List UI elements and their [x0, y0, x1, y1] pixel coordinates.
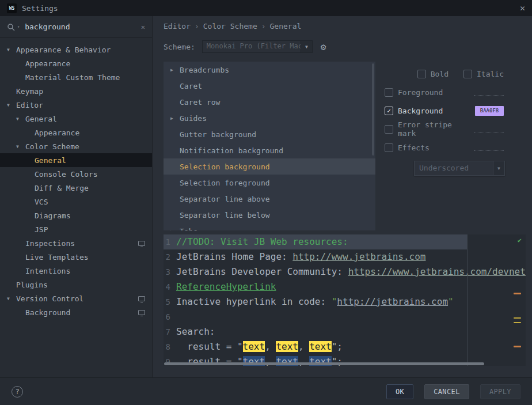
- search-history-icon[interactable]: ▾: [17, 25, 20, 29]
- apply-button[interactable]: APPLY: [480, 384, 520, 399]
- format-row-error-stripe-mark: Error stripe mark: [385, 123, 527, 135]
- error-stripe-mark[interactable]: [514, 346, 521, 347]
- ok-button[interactable]: OK: [386, 384, 413, 399]
- search-input[interactable]: [24, 22, 137, 32]
- sidebar-item-live-templates[interactable]: Live Templates: [0, 250, 152, 264]
- code-line[interactable]: 7Search:: [164, 324, 526, 339]
- sidebar-item-label: Diff & Merge: [35, 184, 89, 192]
- chevron-down-icon[interactable]: ▼: [7, 47, 16, 52]
- attribute-item-selection-background[interactable]: Selection background: [164, 158, 375, 175]
- breadcrumb-separator: ›: [195, 22, 199, 31]
- attribute-item-separator-line-above[interactable]: Separator line above: [164, 191, 375, 207]
- window-title: Settings: [22, 4, 58, 13]
- clear-search-icon[interactable]: ✕: [141, 23, 145, 31]
- gear-icon[interactable]: ⚙: [321, 41, 326, 52]
- sidebar-item-inspections[interactable]: Inspections: [0, 236, 152, 250]
- sidebar-item-material-custom-theme[interactable]: Material Custom Theme: [0, 70, 152, 84]
- sidebar-item-appearance-behavior[interactable]: ▼Appearance & Behavior: [0, 43, 152, 56]
- checkbox-foreground[interactable]: [385, 88, 393, 97]
- sidebar-item-console-colors[interactable]: Console Colors: [0, 167, 152, 181]
- attribute-item-guides[interactable]: ▶Guides: [164, 110, 375, 126]
- horizontal-scrollbar[interactable]: [164, 362, 484, 365]
- breadcrumb-editor[interactable]: Editor: [164, 22, 191, 31]
- attribute-item-caret-row[interactable]: Caret row: [164, 94, 375, 110]
- bold-checkbox[interactable]: [417, 70, 426, 78]
- chevron-down-icon[interactable]: ▼: [301, 41, 312, 52]
- sidebar-item-label: General: [35, 156, 66, 165]
- code-text: result = "text, text, text";: [176, 339, 526, 354]
- attribute-label: Caret: [180, 82, 202, 90]
- attribute-item-tabs[interactable]: ▶Tabs: [164, 223, 375, 230]
- help-button[interactable]: ?: [12, 386, 23, 398]
- code-line[interactable]: 6: [164, 309, 526, 324]
- token: http://www.jetbrains.com: [292, 251, 425, 262]
- sidebar-item-label: General: [25, 115, 57, 123]
- sidebar-item-general[interactable]: ▼General: [0, 112, 152, 126]
- token: text: [276, 341, 298, 352]
- sidebar-item-version-control[interactable]: ▼Version Control: [0, 292, 152, 305]
- sidebar-item-label: Keymap: [16, 87, 43, 96]
- chevron-right-icon[interactable]: ▶: [170, 116, 180, 121]
- sidebar-item-background[interactable]: Background: [0, 305, 152, 319]
- code-line[interactable]: 4ReferenceHyperlink: [164, 279, 526, 294]
- chevron-down-icon[interactable]: ▼: [16, 116, 25, 122]
- chevron-down-icon[interactable]: ▼: [7, 103, 16, 108]
- cancel-button[interactable]: CANCEL: [424, 384, 469, 399]
- attribute-item-selection-foreground[interactable]: Selection foreground: [164, 175, 375, 191]
- chevron-right-icon[interactable]: ▶: [170, 67, 180, 73]
- effect-style-row: Underscored ▼: [385, 161, 527, 176]
- list-scrollbar[interactable]: [372, 63, 374, 156]
- error-stripe-mark[interactable]: [514, 317, 521, 319]
- sidebar-item-appearance[interactable]: Appearance: [0, 56, 152, 70]
- sidebar-item-label: Editor: [16, 101, 43, 109]
- attribute-item-separator-line-below[interactable]: Separator line below: [164, 207, 375, 223]
- code-line[interactable]: 1//TODO: Visit JB Web resources:: [164, 234, 526, 249]
- attribute-item-notification-background[interactable]: Notification background: [164, 142, 375, 158]
- chevron-down-icon[interactable]: ▼: [7, 296, 16, 301]
- sidebar-item-plugins[interactable]: Plugins: [0, 278, 152, 292]
- title-bar: WS Settings ✕: [0, 0, 532, 16]
- sidebar-item-jsp[interactable]: JSP: [0, 222, 152, 236]
- token: ";: [332, 341, 343, 352]
- checkbox-label: Effects: [398, 143, 430, 152]
- code-text: Search:: [176, 324, 526, 339]
- shared-indicator-icon: [138, 296, 145, 301]
- sidebar-item-diagrams[interactable]: Diagrams: [0, 209, 152, 222]
- sidebar-item-editor[interactable]: ▼Editor: [0, 98, 152, 112]
- attribute-item-caret[interactable]: Caret: [164, 78, 375, 94]
- font-style-row: Bold Italic: [385, 67, 527, 80]
- code-text: JetBrains Home Page: http://www.jetbrain…: [176, 249, 526, 264]
- chevron-down-icon[interactable]: ▼: [16, 144, 25, 149]
- scheme-dropdown[interactable]: Monokai Pro (Filter Mach ▼: [202, 40, 313, 53]
- attribute-item-breadcrumbs[interactable]: ▶Breadcrumbs: [164, 62, 375, 78]
- checkbox-label: Error stripe mark: [398, 120, 474, 138]
- checkbox-effects[interactable]: [385, 143, 393, 152]
- checkbox-error-stripe-mark[interactable]: [385, 125, 393, 134]
- attribute-label: Selection foreground: [180, 179, 270, 187]
- code-line[interactable]: 8 result = "text, text, text";: [164, 339, 526, 354]
- checkbox-background[interactable]: ✓: [385, 107, 393, 115]
- sidebar-item-keymap[interactable]: Keymap: [0, 84, 152, 98]
- attribute-item-gutter-background[interactable]: Gutter background: [164, 126, 375, 142]
- sidebar-item-vcs[interactable]: VCS: [0, 195, 152, 209]
- shared-indicator-icon: [138, 310, 145, 315]
- sidebar-item-intentions[interactable]: Intentions: [0, 264, 152, 278]
- code-line[interactable]: 3JetBrains Developer Community: https://…: [164, 264, 526, 279]
- sidebar-item-label: Appearance & Behavior: [16, 46, 111, 54]
- code-line[interactable]: 2JetBrains Home Page: http://www.jetbrai…: [164, 249, 526, 264]
- sidebar-item-diff-merge[interactable]: Diff & Merge: [0, 181, 152, 195]
- line-number: 3: [164, 264, 176, 279]
- sidebar-item-label: Diagrams: [35, 211, 71, 220]
- error-stripe-mark[interactable]: [514, 293, 521, 294]
- code-line[interactable]: 5Inactive hyperlink in code: "http://jet…: [164, 294, 526, 309]
- italic-checkbox[interactable]: [463, 70, 472, 78]
- preview-editor[interactable]: 1//TODO: Visit JB Web resources:2JetBrai…: [164, 234, 526, 366]
- sidebar-item-color-scheme[interactable]: ▼Color Scheme: [0, 139, 152, 153]
- chevron-right-icon[interactable]: ▶: [170, 229, 180, 231]
- error-stripe-mark[interactable]: [514, 322, 521, 323]
- color-swatch[interactable]: BAA0F8: [475, 106, 504, 116]
- breadcrumb-color-scheme[interactable]: Color Scheme: [203, 22, 257, 31]
- sidebar-item-general[interactable]: General: [0, 153, 152, 167]
- close-icon[interactable]: ✕: [520, 4, 525, 13]
- sidebar-item-appearance[interactable]: Appearance: [0, 126, 152, 139]
